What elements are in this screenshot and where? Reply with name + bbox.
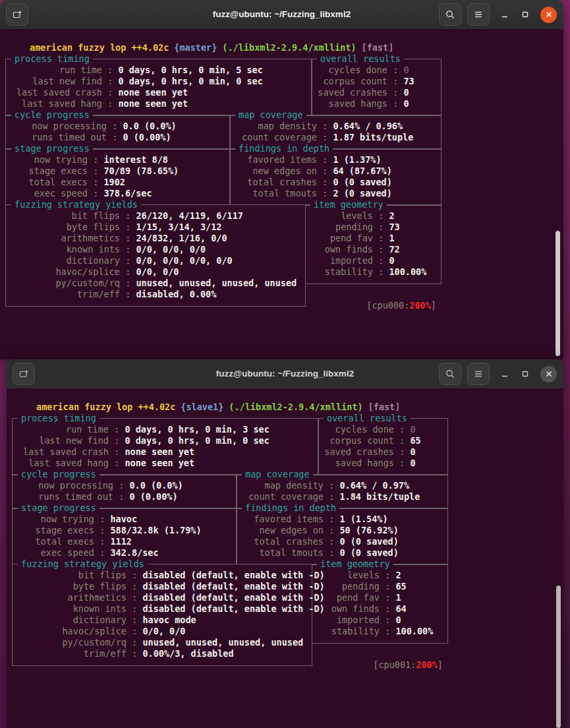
afl-row: stability : 100.00% bbox=[305, 266, 441, 278]
desktop: fuzz@ubuntu: ~/Fuzzing_libxml2 bbox=[0, 0, 570, 728]
afl-row-label: now trying bbox=[16, 514, 94, 525]
menu-button[interactable] bbox=[467, 363, 490, 385]
afl-row-value: none seen yet bbox=[125, 458, 194, 469]
afl-row-value: 1 (1.37%) bbox=[333, 154, 381, 166]
maximize-button[interactable] bbox=[520, 369, 530, 379]
afl-row-label: known ints bbox=[9, 244, 120, 255]
afl-row: dictionary : havoc mode bbox=[13, 615, 312, 626]
afl-row-value: disabled (default, enable with -D) bbox=[142, 570, 324, 581]
afl-row-label: runs timed out bbox=[9, 132, 107, 143]
afl-row: corpus count : 65 bbox=[318, 435, 447, 446]
terminal-content: american fuzzy lop ++4.02c {master} (./l… bbox=[0, 29, 563, 359]
afl-row-value: 1.87 bits/tuple bbox=[333, 132, 413, 143]
afl-row-separator: : bbox=[317, 132, 333, 143]
afl-row-value: 0 (0 saved) bbox=[333, 177, 391, 188]
titlebar[interactable]: fuzz@ubuntu: ~/Fuzzing_libxml2 bbox=[0, 0, 563, 30]
cpu-label-close: ] bbox=[438, 659, 443, 670]
afl-row: own finds : 64 bbox=[312, 603, 447, 615]
section-fuzzing-strategy-yields: fuzzing strategy yields bit flips : 26/1… bbox=[5, 204, 306, 307]
scrollbar-thumb[interactable] bbox=[556, 231, 560, 356]
afl-row-label: bit flips bbox=[9, 210, 120, 222]
afl-row-label: pend fav bbox=[308, 233, 373, 244]
minimize-button[interactable] bbox=[499, 369, 510, 379]
cpu-usage-value: 200% bbox=[409, 300, 431, 311]
afl-row-separator: : bbox=[109, 424, 125, 435]
afl-row-label: run time bbox=[16, 424, 109, 435]
section-title: fuzzing strategy yields bbox=[11, 199, 141, 210]
afl-row: arithmetics : 24/832, 1/16, 0/0 bbox=[6, 233, 305, 244]
afl-row: saved hangs : 0 bbox=[318, 458, 447, 469]
afl-row-value: 0 bbox=[389, 255, 394, 266]
afl-row: runs timed out : 0 (0.00%) bbox=[13, 491, 237, 502]
afl-row-value: 0 days, 0 hrs, 0 min, 3 sec bbox=[125, 424, 269, 435]
afl-row-label: own finds bbox=[308, 244, 373, 255]
menu-button[interactable] bbox=[467, 3, 490, 26]
afl-row-value: 342.8/sec bbox=[110, 547, 158, 559]
afl-row: py/custom/rq : unused, unused, unused, u… bbox=[6, 278, 305, 289]
afl-row-separator: : bbox=[109, 446, 125, 458]
afl-row: saved crashes : 0 bbox=[312, 87, 441, 98]
afl-row-label: stability bbox=[308, 266, 373, 278]
afl-row-label: new edges on bbox=[233, 166, 317, 177]
afl-row-separator: : bbox=[109, 458, 125, 469]
afl-row: run time : 0 days, 0 hrs, 0 min, 5 sec bbox=[6, 65, 312, 76]
afl-row-separator: : bbox=[380, 581, 395, 592]
afl-row-value: 73 bbox=[403, 76, 414, 87]
section-title: fuzzing strategy yields bbox=[18, 559, 148, 570]
afl-row-separator: : bbox=[373, 244, 389, 255]
close-icon bbox=[545, 11, 553, 18]
afl-row-label: arithmetics bbox=[9, 233, 120, 244]
afl-row: cycles done : 0 bbox=[318, 424, 447, 435]
afl-row: last saved hang : none seen yet bbox=[6, 98, 312, 109]
afl-row: total tmouts : 0 (0 saved) bbox=[237, 547, 447, 559]
afl-row-label: havoc/splice bbox=[9, 266, 120, 278]
search-button[interactable] bbox=[439, 3, 461, 26]
afl-row-value: havoc bbox=[110, 514, 137, 525]
afl-row-label: total execs bbox=[16, 536, 94, 547]
afl-row: new edges on : 50 (76.92%) bbox=[237, 525, 447, 536]
afl-row-label: exec speed bbox=[16, 547, 94, 559]
terminal-content: american fuzzy lop ++4.02c {slave1} (./l… bbox=[7, 388, 563, 728]
afl-row-separator: : bbox=[94, 547, 110, 559]
afl-row-separator: : bbox=[120, 222, 136, 233]
afl-row: map density : 0.64% / 0.96% bbox=[230, 121, 441, 132]
afl-row-value: 0.0 (0.0%) bbox=[129, 480, 183, 491]
afl-row-separator: : bbox=[317, 154, 333, 166]
afl-row-separator: : bbox=[317, 121, 333, 132]
afl-row-value: 1 bbox=[395, 592, 401, 603]
titlebar[interactable]: fuzz@ubuntu: ~/Fuzzing_libxml2 bbox=[7, 359, 563, 389]
afl-row-label: arithmetics bbox=[16, 592, 127, 603]
afl-row: total execs : 1112 bbox=[13, 536, 237, 547]
scrollbar-thumb[interactable] bbox=[556, 586, 561, 728]
maximize-button[interactable] bbox=[520, 9, 530, 20]
afl-row: exec speed : 378.6/sec bbox=[6, 188, 230, 199]
new-tab-button[interactable] bbox=[13, 363, 35, 385]
afl-target-binary: (./libxml2-2.9.4/xmllint) bbox=[222, 42, 356, 53]
afl-row-separator: : bbox=[102, 65, 118, 76]
minimize-button[interactable] bbox=[499, 9, 510, 20]
afl-row-separator: : bbox=[324, 480, 339, 491]
afl-row-separator: : bbox=[380, 626, 395, 637]
afl-row: known ints : disabled (default, enable w… bbox=[13, 603, 312, 615]
search-button[interactable] bbox=[439, 363, 461, 385]
afl-row-label: byte flips bbox=[9, 222, 120, 233]
afl-row: byte flips : 1/15, 3/14, 3/12 bbox=[6, 222, 305, 233]
afl-row-separator: : bbox=[88, 154, 103, 166]
afl-row-label: byte flips bbox=[16, 581, 127, 592]
afl-row-separator: : bbox=[94, 525, 110, 536]
afl-row: new edges on : 64 (87.67%) bbox=[230, 166, 441, 177]
afl-row-value: 0 days, 0 hrs, 0 min, 0 sec bbox=[118, 76, 262, 87]
close-button[interactable] bbox=[540, 7, 557, 23]
afl-row: cycles done : 0 bbox=[312, 65, 441, 76]
section-findings-in-depth: findings in depth favored items : 1 (1.3… bbox=[229, 148, 442, 206]
afl-row-value: 1/15, 3/14, 3/12 bbox=[136, 222, 221, 233]
afl-row-label: corpus count bbox=[315, 76, 387, 87]
close-button[interactable] bbox=[540, 366, 557, 382]
new-tab-button[interactable] bbox=[6, 3, 28, 26]
afl-row-value: 2 bbox=[395, 570, 401, 581]
afl-row-value: 1112 bbox=[110, 536, 132, 547]
afl-row-label: now processing bbox=[16, 480, 113, 491]
afl-row-separator: : bbox=[120, 233, 136, 244]
afl-row: dictionary : 0/0, 0/0, 0/0, 0/0 bbox=[6, 255, 305, 266]
hamburger-icon bbox=[473, 9, 484, 20]
